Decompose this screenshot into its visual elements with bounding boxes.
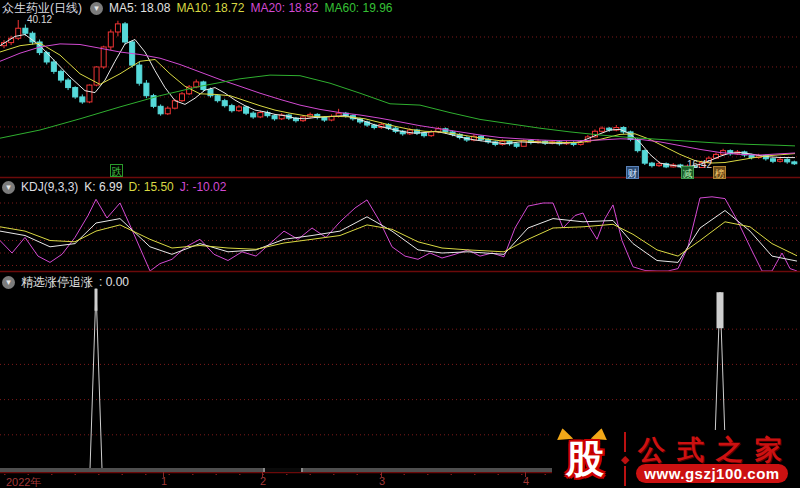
kdj-j-value: J: -10.02 [180, 180, 227, 194]
collapse-signal-icon[interactable]: ▾ [2, 276, 15, 289]
main-panel-header: 众生药业(日线) ▾ MA5: 18.08 MA10: 18.72 MA20: … [0, 1, 399, 15]
signal-value: : 0.00 [99, 275, 129, 289]
kdj-title: KDJ(9,3,3) [21, 180, 78, 194]
axis-month-label-2: 2 [260, 475, 266, 487]
stock-character: 股 [566, 434, 604, 485]
event-marker-1[interactable]: 财 [626, 166, 639, 179]
axis-year-label: 2022年 [6, 475, 41, 488]
event-marker-2[interactable]: 减 [681, 166, 694, 179]
tdx-chart-window: 众生药业(日线) ▾ MA5: 18.08 MA10: 18.72 MA20: … [0, 0, 800, 488]
watermark-url: www.gszj100.com [636, 464, 788, 483]
signal-panel-header: ▾ 精选涨停追涨 : 0.00 [0, 275, 135, 289]
ma5-value: MA5: 18.08 [109, 1, 170, 15]
signal-title: 精选涨停追涨 [21, 274, 93, 291]
max-price-label: 40.12 [27, 15, 52, 25]
horizontal-scrollbar-thumb[interactable] [263, 468, 303, 472]
kdj-panel-header: ▾ KDJ(9,3,3) K: 6.99 D: 15.50 J: -10.02 [0, 180, 232, 194]
ma20-value: MA20: 18.82 [250, 1, 318, 15]
gszj-watermark: 股 ◆ 公式之家 www.gszj100.com [552, 430, 800, 488]
axis-month-label-3: 3 [379, 475, 385, 487]
event-marker-0[interactable]: 跌 [110, 164, 123, 177]
collapse-kdj-icon[interactable]: ▾ [2, 181, 15, 194]
kdj-k-value: K: 6.99 [84, 180, 122, 194]
ma10-value: MA10: 18.72 [176, 1, 244, 15]
axis-month-label-4: 4 [523, 475, 529, 487]
ma60-value: MA60: 19.96 [324, 1, 392, 15]
watermark-site-name: 公式之家 [638, 432, 796, 468]
kdj-d-value: D: 15.50 [128, 180, 173, 194]
axis-month-label-1: 1 [161, 475, 167, 487]
chart-canvas [0, 0, 800, 488]
diamond-icon: ◆ [616, 452, 634, 466]
bull-stock-logo: 股 [558, 432, 616, 486]
event-marker-3[interactable]: 榜 [713, 166, 726, 179]
collapse-main-icon[interactable]: ▾ [90, 2, 103, 15]
